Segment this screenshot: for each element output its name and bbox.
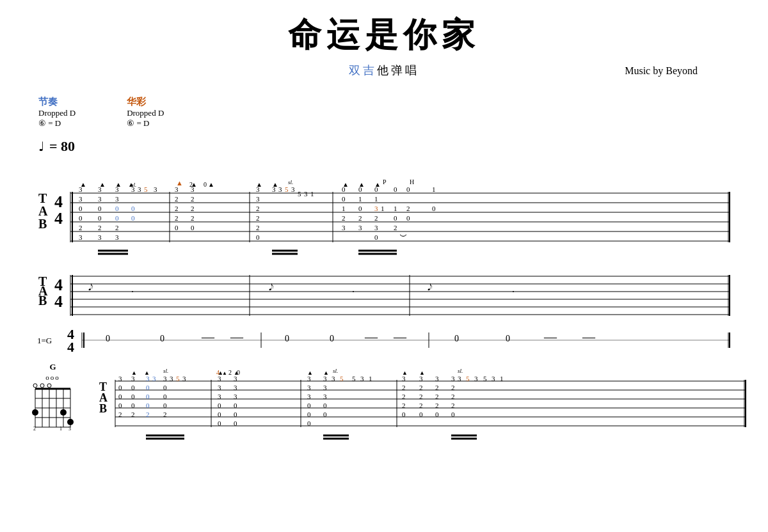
svg-text:0: 0 — [175, 224, 179, 231]
svg-text:3: 3 — [115, 195, 119, 203]
svg-text:0: 0 — [191, 224, 195, 231]
svg-text:3: 3 — [360, 375, 364, 382]
svg-text:1: 1 — [432, 185, 436, 193]
svg-text:0: 0 — [234, 402, 237, 409]
svg-text:T: T — [38, 191, 47, 205]
svg-text:2: 2 — [419, 402, 423, 409]
svg-text:3: 3 — [342, 224, 346, 231]
svg-text:0: 0 — [454, 334, 459, 343]
tuning-section: 节奏 Dropped D ⑥ = D 华彩 Dropped D ⑥ = D — [38, 96, 736, 129]
svg-text:0: 0 — [131, 384, 135, 391]
svg-text:—: — — [393, 330, 407, 344]
tuning-color: 华彩 Dropped D ⑥ = D — [127, 96, 164, 129]
svg-text:3: 3 — [131, 375, 135, 382]
svg-text:0: 0 — [285, 334, 289, 343]
svg-text:2: 2 — [435, 384, 439, 391]
svg-text:2: 2 — [419, 393, 423, 400]
svg-text:2: 2 — [342, 214, 346, 222]
svg-text:1: 1 — [381, 205, 385, 212]
svg-text:0: 0 — [118, 402, 122, 409]
svg-text:0: 0 — [98, 205, 102, 212]
svg-text:1: 1 — [374, 195, 378, 203]
svg-text:3: 3 — [272, 185, 276, 193]
svg-text:0: 0 — [163, 402, 167, 409]
svg-text:3: 3 — [492, 375, 495, 382]
svg-text:3: 3 — [374, 205, 378, 212]
svg-text:0: 0 — [406, 214, 410, 222]
tuning-rhythm-type: Dropped D — [38, 108, 76, 118]
svg-text:0: 0 — [160, 334, 164, 343]
svg-text:·: · — [131, 286, 134, 297]
svg-text:—: — — [364, 330, 378, 344]
svg-text:0: 0 — [323, 402, 327, 409]
svg-text:0: 0 — [432, 205, 436, 212]
staff-svg-row2: T A B 3 0 0 0 2 — [96, 362, 749, 461]
svg-text:2: 2 — [435, 402, 439, 409]
svg-text:2: 2 — [402, 384, 406, 391]
tuning-color-note: ⑥ = D — [127, 118, 164, 129]
svg-text:sl.: sl. — [163, 368, 168, 374]
svg-text:0: 0 — [237, 369, 240, 376]
svg-text:0: 0 — [218, 411, 221, 418]
svg-text:3: 3 — [152, 375, 156, 382]
svg-text:3: 3 — [146, 375, 150, 382]
tuning-color-type: Dropped D — [127, 108, 164, 118]
svg-text:3: 3 — [98, 195, 102, 203]
tuning-color-label: 华彩 — [127, 96, 164, 108]
svg-text:—: — — [201, 330, 215, 344]
svg-text:▲: ▲ — [222, 370, 227, 376]
svg-text:3: 3 — [68, 426, 71, 430]
svg-text:3: 3 — [402, 375, 406, 382]
svg-text:1: 1 — [394, 205, 397, 212]
svg-text:0: 0 — [118, 384, 122, 391]
svg-text:3: 3 — [474, 375, 478, 382]
svg-text:0: 0 — [115, 214, 119, 222]
svg-text:·: · — [352, 286, 355, 297]
svg-text:1: 1 — [60, 426, 62, 430]
svg-text:2: 2 — [175, 214, 179, 222]
tuning-rhythm-note: ⑥ = D — [38, 118, 76, 129]
svg-text:3: 3 — [234, 393, 237, 400]
svg-text:3: 3 — [323, 375, 327, 382]
svg-text:2: 2 — [451, 384, 455, 391]
svg-text:1: 1 — [500, 375, 504, 382]
tuning-rhythm-label: 节奏 — [38, 96, 76, 108]
svg-text:0: 0 — [307, 402, 311, 409]
svg-text:0: 0 — [131, 205, 135, 212]
svg-text:2: 2 — [451, 402, 455, 409]
svg-text:2: 2 — [402, 393, 406, 400]
svg-text:0: 0 — [394, 214, 397, 222]
tuning-rhythm: 节奏 Dropped D ⑥ = D — [38, 96, 76, 129]
svg-text:0: 0 — [98, 214, 102, 222]
tempo-value: = 80 — [49, 138, 75, 155]
svg-text:—: — — [582, 330, 596, 344]
svg-text:2: 2 — [33, 426, 36, 430]
svg-text:2: 2 — [394, 224, 397, 231]
svg-text:5: 5 — [483, 375, 487, 382]
svg-text:3: 3 — [98, 233, 102, 241]
svg-text:0: 0 — [218, 419, 221, 427]
svg-text:4: 4 — [54, 292, 63, 311]
svg-text:0: 0 — [358, 185, 362, 193]
svg-text:2: 2 — [256, 224, 260, 231]
svg-text:3: 3 — [170, 375, 173, 382]
svg-text:3: 3 — [98, 185, 102, 193]
tempo-section: ♩ = 80 — [38, 138, 736, 155]
svg-text:0: 0 — [402, 411, 406, 418]
svg-text:3: 3 — [451, 375, 455, 382]
svg-point-177 — [33, 384, 37, 387]
svg-text:sl.: sl. — [458, 368, 463, 374]
svg-text:0: 0 — [394, 185, 397, 193]
svg-text:3: 3 — [278, 185, 282, 193]
svg-text:0: 0 — [115, 205, 119, 212]
svg-text:2: 2 — [419, 384, 423, 391]
svg-text:0: 0 — [419, 411, 423, 418]
staff-svg-row1: T A B 4 4 ▲ ▲ ▲ ▲ 3 3 0 — [32, 168, 736, 353]
svg-text:B: B — [38, 293, 47, 308]
svg-text:5: 5 — [176, 375, 180, 382]
svg-text:2: 2 — [256, 205, 260, 212]
svg-text:2: 2 — [175, 205, 179, 212]
svg-text:3: 3 — [307, 375, 311, 382]
svg-text:0: 0 — [342, 185, 346, 193]
svg-text:sl.: sl. — [333, 368, 338, 374]
